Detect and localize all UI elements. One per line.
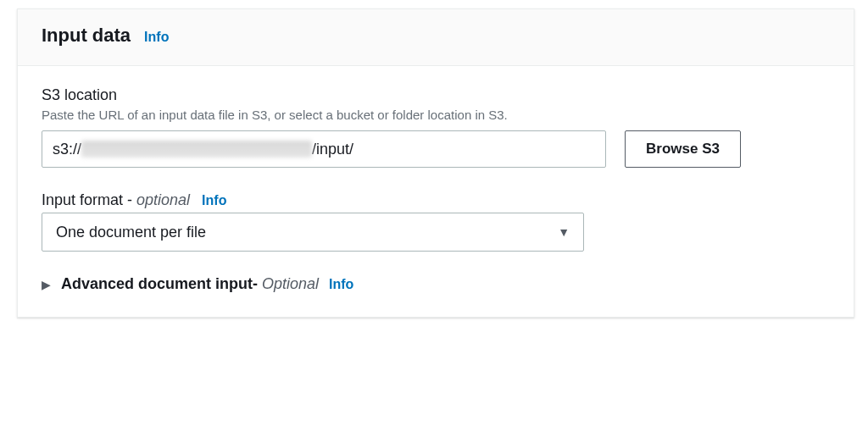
input-format-label: Input format - optional	[42, 191, 190, 209]
advanced-document-input-expander[interactable]: ▶ Advanced document input- Optional Info	[42, 275, 830, 293]
caret-right-icon: ▶	[42, 278, 51, 291]
s3-location-field: S3 location Paste the URL of an input da…	[42, 86, 830, 168]
advanced-expander-title: Advanced document input- Optional	[61, 275, 319, 293]
browse-s3-button[interactable]: Browse S3	[625, 130, 741, 168]
input-format-selected-value: One document per file	[56, 224, 206, 241]
s3-location-hint: Paste the URL of an input data file in S…	[42, 108, 830, 122]
s3-value-redacted	[81, 141, 312, 158]
advanced-info-link[interactable]: Info	[329, 277, 353, 292]
s3-location-input[interactable]: s3:// /input/	[42, 130, 606, 168]
panel-title: Input data	[42, 25, 131, 47]
panel-header: Input data Info	[18, 9, 854, 66]
input-format-field: Input format - optional Info One documen…	[42, 191, 830, 252]
s3-value-prefix: s3://	[53, 141, 81, 158]
input-format-select[interactable]: One document per file ▼	[42, 213, 584, 252]
panel-info-link[interactable]: Info	[144, 30, 169, 45]
s3-location-label: S3 location	[42, 86, 117, 104]
input-format-info-link[interactable]: Info	[202, 193, 226, 208]
panel-body: S3 location Paste the URL of an input da…	[18, 66, 854, 317]
s3-value-suffix: /input/	[312, 141, 353, 158]
input-data-panel: Input data Info S3 location Paste the UR…	[17, 8, 854, 318]
caret-down-icon: ▼	[558, 225, 570, 239]
